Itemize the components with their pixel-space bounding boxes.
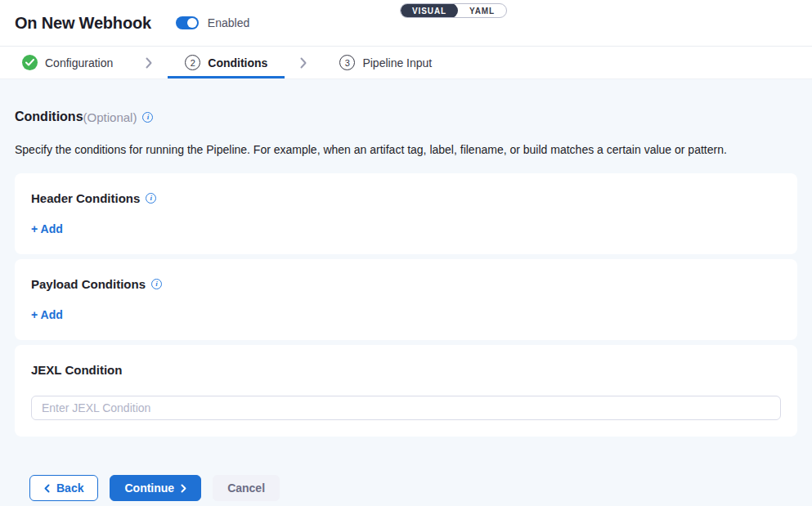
step-pipeline-input[interactable]: 3 Pipeline Input [322, 47, 449, 78]
toggle-knob [187, 18, 197, 28]
info-icon[interactable]: i [151, 279, 162, 289]
cancel-button[interactable]: Cancel [213, 475, 280, 501]
wizard-stepper: Configuration 2 Conditions 3 Pipeline In… [0, 47, 812, 79]
page-title: On New Webhook [15, 14, 151, 33]
cancel-button-label: Cancel [227, 481, 265, 495]
visual-mode-button[interactable]: VISUAL [401, 3, 458, 18]
payload-conditions-title: Payload Conditions [31, 277, 146, 291]
chevron-left-icon [44, 484, 50, 493]
wizard-footer: Back Continue Cancel [15, 475, 797, 501]
section-heading: Conditions (Optional) i [15, 110, 797, 124]
step-number-badge: 2 [185, 55, 200, 70]
step-label: Configuration [45, 56, 113, 69]
section-heading-title: Conditions [15, 110, 83, 124]
chevron-right-icon [300, 47, 307, 78]
chevron-right-icon [181, 484, 186, 493]
jexl-condition-input[interactable] [31, 396, 781, 420]
header-conditions-title: Header Conditions [31, 191, 140, 205]
step-number-badge: 3 [339, 55, 355, 70]
continue-button-label: Continue [124, 481, 174, 495]
jexl-condition-title: JEXL Condition [31, 363, 122, 377]
section-description: Specify the conditions for running the P… [15, 143, 797, 156]
info-icon[interactable]: i [146, 193, 156, 204]
section-heading-optional: (Optional) [83, 110, 137, 124]
jexl-condition-card: JEXL Condition [15, 345, 797, 437]
toggle-switch-icon[interactable] [176, 16, 199, 29]
yaml-mode-button[interactable]: YAML [458, 3, 506, 18]
payload-conditions-card: Payload Conditions i + Add [15, 259, 797, 340]
conditions-panel: Conditions (Optional) i Specify the cond… [0, 79, 812, 501]
add-payload-condition-button[interactable]: + Add [31, 308, 63, 321]
visual-yaml-toggle[interactable]: VISUAL YAML [400, 3, 507, 18]
add-header-condition-button[interactable]: + Add [31, 222, 63, 235]
page-header: On New Webhook Enabled VISUAL YAML [0, 0, 812, 47]
enabled-toggle[interactable]: Enabled [176, 16, 249, 29]
back-button[interactable]: Back [29, 475, 98, 501]
step-configuration[interactable]: Configuration [5, 47, 130, 78]
header-conditions-card: Header Conditions i + Add [15, 173, 797, 254]
back-button-label: Back [56, 481, 83, 495]
info-icon[interactable]: i [142, 112, 153, 123]
enabled-label: Enabled [208, 16, 249, 29]
continue-button[interactable]: Continue [110, 475, 201, 501]
step-conditions[interactable]: 2 Conditions [168, 47, 285, 78]
step-label: Conditions [208, 56, 267, 69]
chevron-right-icon [146, 47, 152, 78]
step-label: Pipeline Input [362, 56, 432, 69]
check-circle-icon [22, 55, 38, 70]
